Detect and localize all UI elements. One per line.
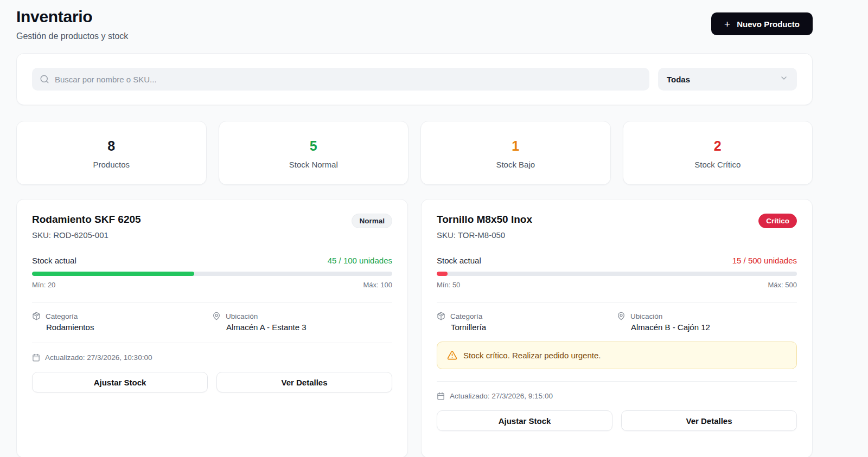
stock-progress-fill bbox=[32, 272, 194, 276]
stat-card-stock-critico: 2 Stock Crítico bbox=[623, 121, 813, 185]
calendar-icon bbox=[437, 392, 445, 400]
category-block: Categoría Rodamientos bbox=[32, 312, 212, 332]
stat-label: Productos bbox=[17, 160, 206, 169]
stat-label: Stock Normal bbox=[219, 160, 409, 169]
category-label: Categoría bbox=[46, 312, 78, 320]
stock-label: Stock actual bbox=[437, 256, 481, 265]
stat-card-stock-bajo: 1 Stock Bajo bbox=[420, 121, 611, 185]
warning-text: Stock crítico. Realizar pedido urgente. bbox=[463, 351, 601, 360]
search-filter-card: Todas bbox=[16, 53, 813, 105]
stat-label: Stock Bajo bbox=[421, 160, 610, 169]
plus-icon: + bbox=[724, 19, 730, 29]
product-grid: Rodamiento SKF 6205 SKU: ROD-6205-001 No… bbox=[16, 199, 813, 457]
search-input[interactable] bbox=[32, 68, 649, 91]
inventory-page: Inventario Gestión de productos y stock … bbox=[16, 0, 813, 457]
page-header: Inventario Gestión de productos y stock … bbox=[16, 8, 813, 41]
adjust-stock-button[interactable]: Ajustar Stock bbox=[437, 410, 612, 431]
category-select[interactable]: Todas bbox=[658, 68, 797, 91]
calendar-icon bbox=[32, 353, 40, 362]
chevron-down-icon bbox=[780, 74, 788, 85]
product-card-tornillo: Tornillo M8x50 Inox SKU: TOR-M8-050 Crít… bbox=[421, 199, 813, 457]
stock-progressbar bbox=[437, 272, 797, 276]
adjust-stock-button[interactable]: Ajustar Stock bbox=[32, 372, 208, 392]
stock-max: Máx: 100 bbox=[363, 281, 392, 289]
product-name: Rodamiento SKF 6205 bbox=[32, 214, 141, 226]
search-wrap bbox=[32, 68, 649, 91]
location-value: Almacén A - Estante 3 bbox=[226, 323, 392, 332]
location-block: Ubicación Almacén B - Cajón 12 bbox=[617, 312, 797, 332]
location-label: Ubicación bbox=[630, 312, 662, 320]
category-label: Categoría bbox=[450, 312, 482, 320]
stock-value: 45 / 100 unidades bbox=[328, 256, 392, 265]
product-name: Tornillo M8x50 Inox bbox=[437, 214, 532, 226]
stock-min: Mín: 20 bbox=[32, 281, 55, 289]
critical-stock-alert: Stock crítico. Realizar pedido urgente. bbox=[437, 342, 797, 369]
category-select-value: Todas bbox=[667, 75, 690, 84]
new-product-label: Nuevo Producto bbox=[737, 20, 800, 29]
header-titles: Inventario Gestión de productos y stock bbox=[16, 8, 128, 41]
stat-value: 2 bbox=[623, 138, 813, 154]
map-pin-icon bbox=[617, 312, 626, 320]
stat-card-products: 8 Productos bbox=[16, 121, 207, 185]
page-title: Inventario bbox=[16, 8, 128, 26]
stock-value: 15 / 500 unidades bbox=[732, 256, 797, 265]
stock-progressbar bbox=[32, 272, 392, 276]
updated-text: Actualizado: 27/3/2026, 9:15:00 bbox=[450, 392, 553, 400]
product-card-rodamiento: Rodamiento SKF 6205 SKU: ROD-6205-001 No… bbox=[16, 199, 408, 457]
search-icon bbox=[40, 74, 49, 86]
stat-label: Stock Crítico bbox=[623, 160, 813, 169]
map-pin-icon bbox=[212, 312, 221, 320]
stat-value: 8 bbox=[17, 138, 206, 154]
location-value: Almacén B - Cajón 12 bbox=[631, 323, 797, 332]
package-icon bbox=[32, 312, 41, 320]
stats-row: 8 Productos 5 Stock Normal 1 Stock Bajo … bbox=[16, 121, 813, 185]
status-badge: Crítico bbox=[758, 214, 797, 228]
product-sku: SKU: TOR-M8-050 bbox=[437, 230, 532, 240]
updated-text: Actualizado: 27/3/2026, 10:30:00 bbox=[45, 353, 152, 362]
view-details-button[interactable]: Ver Detalles bbox=[621, 410, 797, 431]
package-icon bbox=[437, 312, 445, 320]
status-badge: Normal bbox=[352, 214, 392, 228]
product-sku: SKU: ROD-6205-001 bbox=[32, 230, 141, 240]
location-label: Ubicación bbox=[226, 312, 258, 320]
new-product-button[interactable]: + Nuevo Producto bbox=[711, 12, 813, 35]
category-block: Categoría Tornillería bbox=[437, 312, 617, 332]
page-subtitle: Gestión de productos y stock bbox=[16, 31, 128, 41]
stat-value: 5 bbox=[219, 138, 409, 154]
stat-value: 1 bbox=[421, 138, 610, 154]
stock-label: Stock actual bbox=[32, 256, 76, 265]
stock-min: Mín: 50 bbox=[437, 281, 460, 289]
stock-progress-fill bbox=[437, 272, 448, 276]
warning-triangle-icon bbox=[447, 350, 457, 361]
location-block: Ubicación Almacén A - Estante 3 bbox=[212, 312, 392, 332]
category-value: Tornillería bbox=[451, 323, 617, 332]
stock-max: Máx: 500 bbox=[768, 281, 797, 289]
category-value: Rodamientos bbox=[46, 323, 212, 332]
stat-card-stock-normal: 5 Stock Normal bbox=[219, 121, 409, 185]
view-details-button[interactable]: Ver Detalles bbox=[216, 372, 392, 392]
